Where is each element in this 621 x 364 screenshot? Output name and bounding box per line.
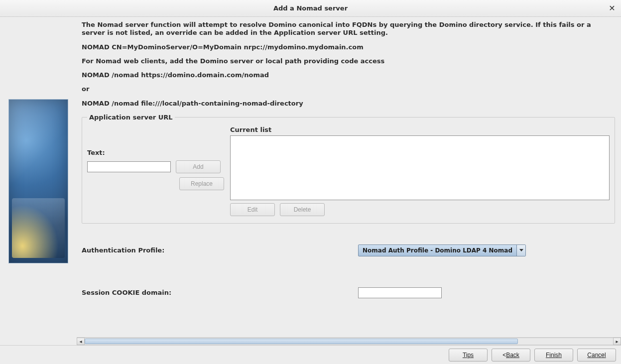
auth-profile-row: Authentication Profile: Nomad Auth Profi…: [82, 244, 615, 256]
cookie-domain-input[interactable]: [358, 287, 442, 298]
description-text: The Nomad server function will attempt t…: [82, 21, 615, 108]
scroll-thumb[interactable]: [85, 339, 518, 344]
replace-button[interactable]: Replace: [179, 177, 224, 190]
delete-button[interactable]: Delete: [280, 203, 325, 216]
desc-line-4: NOMAD /nomad https://domino.domain.com/n…: [82, 71, 615, 79]
desc-line-1: The Nomad server function will attempt t…: [82, 21, 615, 37]
close-icon[interactable]: ✕: [607, 3, 617, 13]
main-panel: The Nomad server function will attempt t…: [77, 17, 621, 345]
wizard-footer: Tips <Back Finish Cancel: [0, 345, 621, 364]
wizard-banner-image: [8, 99, 68, 263]
auth-profile-value: Nomad Auth Profile - Domino LDAP 4 Nomad: [359, 247, 516, 254]
text-label: Text:: [87, 149, 224, 156]
chevron-down-icon: [516, 245, 525, 256]
edit-button[interactable]: Edit: [230, 203, 275, 216]
desc-line-3: For Nomad web clients, add the Domino se…: [82, 57, 615, 65]
text-input[interactable]: [87, 161, 171, 172]
dialog-body: The Nomad server function will attempt t…: [0, 17, 621, 345]
titlebar: Add a Nomad server ✕: [0, 0, 621, 17]
sidebar: [0, 17, 77, 345]
horizontal-scrollbar[interactable]: ◂ ▸: [77, 337, 621, 345]
back-button[interactable]: <Back: [492, 349, 530, 362]
auth-profile-label: Authentication Profile:: [82, 246, 358, 254]
tips-button[interactable]: Tips: [449, 349, 488, 362]
cookie-domain-row: Session COOKIE domain:: [82, 287, 615, 298]
window-title: Add a Nomad server: [273, 4, 348, 12]
current-list-label: Current list: [230, 126, 610, 133]
group-legend: Application server URL: [87, 114, 175, 121]
application-server-url-group: Application server URL Text: Add Replace: [82, 114, 615, 224]
auth-profile-select[interactable]: Nomad Auth Profile - Domino LDAP 4 Nomad: [358, 244, 526, 256]
cookie-domain-label: Session COOKIE domain:: [82, 289, 358, 296]
current-list[interactable]: [230, 135, 610, 200]
scroll-left-arrow-icon[interactable]: ◂: [77, 338, 85, 345]
cancel-button[interactable]: Cancel: [577, 349, 616, 362]
scroll-track[interactable]: [85, 338, 613, 345]
desc-line-6: NOMAD /nomad file:///local/path-containi…: [82, 100, 615, 108]
scroll-right-arrow-icon[interactable]: ▸: [613, 338, 621, 345]
finish-button[interactable]: Finish: [534, 349, 573, 362]
add-button[interactable]: Add: [176, 160, 221, 173]
desc-line-5: or: [82, 85, 615, 93]
desc-line-2: NOMAD CN=MyDominoServer/O=MyDomain nrpc:…: [82, 43, 615, 51]
